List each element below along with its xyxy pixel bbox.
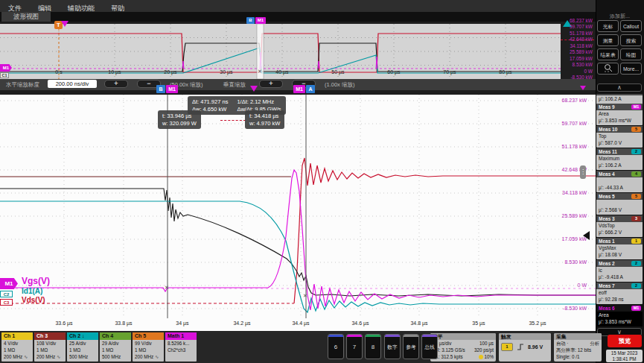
tab-waveform-view[interactable]: 波形视图 (1, 12, 51, 22)
channel-name: Ch 3 (34, 332, 66, 340)
horizontal-badge[interactable]: 水平 10 µs/div100 µs SR: 3.125 GS/s320 ps/… (430, 333, 496, 362)
channel-line: 1 MΩ (133, 347, 164, 353)
meas-title: Meas 4 (599, 171, 615, 177)
cursor-a-readout[interactable]: t: 34.418 µs w: 4.970 kW (245, 110, 284, 129)
channel-badge-ch4[interactable]: Ch 429 A/div1 MΩ500 MHz (100, 332, 131, 362)
magnifier-waveform-icon (603, 63, 613, 73)
overview-y-label: 68.237 kW (561, 18, 593, 23)
channel-line: 25 A/div (67, 340, 98, 347)
c3-trace-handle[interactable]: C3 (0, 299, 13, 306)
bottom-button-参考[interactable]: 参考 (403, 334, 419, 359)
meas-value: µ': 3.853 ms*W (596, 117, 643, 124)
overview-x-label: 80 µs (491, 69, 520, 75)
channel-line: 99 V/div (133, 340, 164, 347)
m1-badge-left[interactable]: M1 (166, 85, 178, 93)
m1-badge-overview[interactable]: M1 (255, 17, 266, 24)
h-trig-pos: 10% (479, 353, 494, 360)
meas-badge-meas-10[interactable]: Meas 105Topµ': 587.0 V (596, 126, 643, 148)
main-x-label: 34.2 µs (226, 321, 258, 326)
overview-y-label: 59.707 kW (561, 24, 593, 29)
trigger-badge[interactable]: 触发 1 8.96 V (499, 333, 551, 362)
channel-line: 8.5296 k... (165, 340, 197, 347)
meas-badge-meas-11[interactable]: Meas 112Maximumµ': 106.2 A (596, 148, 643, 170)
meas-label: ic (596, 267, 643, 274)
meas-badge-meas-4[interactable]: Meas 44µ': -44.33 A (596, 171, 643, 192)
sidebar-button-搜索[interactable]: 搜索 (620, 34, 642, 46)
main-plot-svg (0, 95, 596, 331)
time-label: 1:38:41 PM (606, 356, 643, 362)
meas-value: µ': 587.0 V (596, 139, 643, 146)
bottom-button-8[interactable]: 8 (365, 334, 381, 359)
meas-badge-meas-2[interactable]: Meas 22icµ': -9.418 A (596, 260, 643, 282)
meas-title: Meas 1 (599, 238, 615, 244)
bandwidth-limit-icon: ∿ (55, 354, 60, 359)
h-resolution: 320 ps/pt (474, 347, 494, 353)
meas-badge-meas-1[interactable]: Meas 11VgsMaxµ': 18.08 V (596, 238, 643, 259)
expansion-marker-icon[interactable] (250, 86, 258, 92)
meas-header: Meas 11 (596, 238, 643, 244)
bottom-bar: 水平 10 µs/div100 µs SR: 3.125 GS/s320 ps/… (0, 331, 596, 363)
meas-source-chip: M1 (631, 104, 641, 110)
bandwidth-limit-icon: ∿ (153, 354, 159, 359)
sidebar-button-callout[interactable]: Callout (620, 20, 642, 32)
meas-badge-meas-9[interactable]: Meas 9M1Areaµ': 3.853 ms*W (596, 104, 643, 125)
trigger-level-arrow-icon[interactable] (583, 231, 590, 240)
channel-badge-ch2[interactable]: Ch 2 ↓25 A/div1 MΩ500 MHz (67, 332, 98, 362)
h-zoom-plus-button[interactable]: + (104, 80, 128, 88)
c2-trace-handle[interactable]: C2 (0, 291, 13, 297)
marker-triangle-icon[interactable] (61, 21, 68, 27)
v-zoom-plus-button[interactable]: + (259, 80, 283, 88)
meas-value: µ': 106.2 A (596, 95, 643, 102)
button-label: 数字 (385, 337, 400, 358)
cursor-a-badge[interactable]: A (306, 85, 315, 93)
sidebar-button-测量[interactable]: 测量 (597, 34, 619, 46)
sidebar-button-more[interactable]: More... (620, 63, 642, 75)
meas-header: Meas 55 (596, 193, 643, 200)
overview-x-label: 0 s (44, 69, 74, 75)
meas-label: VdsTop (596, 222, 643, 229)
meas-badge-meas-6[interactable]: Meas 6M1Areaµ': 3.853 ms*W (596, 305, 643, 326)
overview-x-label: 20 µs (156, 69, 185, 75)
sidebar-button-结果表[interactable]: 结果表 (597, 48, 619, 60)
cursor-b-time: t: 33.946 µs (162, 113, 197, 120)
meas-badge-meas-7[interactable]: Meas 72eoffµ': 92.28 ns (596, 282, 643, 304)
meas-source-chip: 1 (631, 239, 641, 244)
collapse-button[interactable]: ∧ (597, 83, 642, 92)
meas-source-chip: 4 (631, 171, 641, 177)
channel-badge-ch3[interactable]: Ch 3108 V/div1 MΩ200 MHz ∿ (34, 332, 66, 362)
sidebar-button-光标[interactable]: 光标 (597, 20, 619, 32)
main-x-label: 33.8 µs (107, 321, 140, 326)
bottom-button-总线[interactable]: 总线 (421, 334, 438, 359)
sidebar-button-绘图[interactable]: 绘图 (620, 48, 642, 60)
run-preview-button[interactable]: 预览 (608, 335, 642, 347)
cursor-b-readout[interactable]: t: 33.946 µs w: 320.099 W (158, 110, 201, 129)
cursor-b-badge[interactable]: B (156, 85, 165, 93)
meas-label: Maximum (596, 155, 643, 162)
axis-drag-handle[interactable]: ⋮ (580, 165, 586, 179)
main-y-label: 8.530 kW (549, 259, 587, 265)
overview-c1-handle[interactable]: C1 (0, 72, 9, 78)
meas-title: Meas 7 (599, 282, 615, 289)
meas-badge-meas-3[interactable]: Meas 33VdsTopµ': 666.2 V (596, 215, 643, 237)
m1-badge-right[interactable]: M1 (293, 85, 305, 93)
bottom-button-数字[interactable]: 数字 (384, 334, 401, 359)
cursor-b-badge-overview[interactable]: B (246, 17, 255, 24)
main-x-label: 34.8 µs (403, 321, 436, 326)
bottom-button-6[interactable]: 6 (328, 334, 344, 359)
acquisition-badge[interactable]: 采集 自动 ·分析 高分辨率: 12 bits Single: 0 /1 (554, 333, 602, 362)
channel-badge-ch1[interactable]: Ch 14 V/div1 MΩ200 MHz ∿ (1, 332, 33, 362)
bottom-button-7[interactable]: 7 (346, 334, 363, 359)
channel-badge-math1[interactable]: Math 18.5296 k...Ch2*ch3 (165, 332, 197, 362)
overview-y-label: 17.059 kW (561, 56, 593, 61)
button-label: 总线 (422, 337, 437, 358)
meas-source-chip: 2 (631, 283, 641, 288)
meas-badge-partial[interactable]: µ': 106.2 A (596, 94, 643, 104)
meas-source-chip: 5 (631, 127, 641, 132)
meas-value: µ': -9.418 A (596, 274, 643, 280)
channel-badge-ch5[interactable]: Ch 599 V/div1 MΩ200 MHz ∿ (133, 332, 164, 362)
h-zoom-scale-input[interactable]: 200.00 ns/div (48, 80, 97, 88)
datetime-display: 15 Mar 2023 1:38:41 PM (606, 350, 643, 362)
meas-badge-meas-5[interactable]: Meas 55µ': 2.568 V (596, 193, 643, 215)
zone-trigger-icon-button[interactable] (597, 63, 619, 75)
acq-title: 采集 (554, 333, 602, 340)
